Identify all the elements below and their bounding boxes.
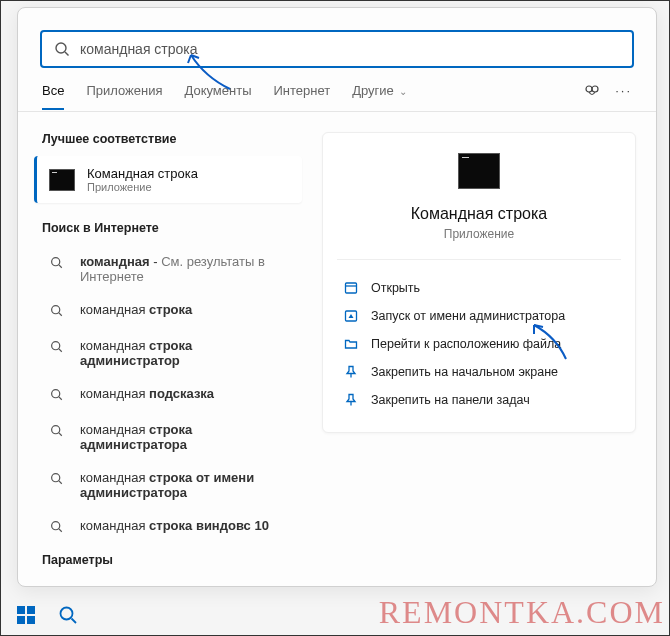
search-icon — [50, 520, 66, 536]
search-icon — [50, 340, 66, 356]
web-suggestion[interactable]: командная строка администратор — [30, 329, 306, 377]
divider — [337, 259, 621, 260]
svg-rect-29 — [27, 616, 35, 624]
watermark: REMONTKA.COM — [379, 594, 665, 631]
suggestion-text: командная - См. результаты вИнтернете — [80, 254, 265, 284]
svg-point-10 — [52, 390, 60, 398]
svg-point-16 — [52, 522, 60, 530]
admin-icon — [343, 309, 359, 323]
action-pin[interactable]: Закрепить на начальном экране — [341, 358, 617, 386]
preview-title: Командная строка — [341, 205, 617, 223]
svg-point-8 — [52, 342, 60, 350]
open-icon — [343, 281, 359, 295]
svg-point-6 — [52, 306, 60, 314]
suggestion-text: командная строка администратор — [80, 338, 294, 368]
taskbar — [1, 595, 85, 635]
svg-line-31 — [72, 619, 77, 624]
svg-point-2 — [586, 86, 592, 92]
action-label: Запуск от имени администратора — [371, 309, 565, 323]
settings-item[interactable]: Управление псевдонимами — [30, 577, 306, 586]
tab-all[interactable]: Все — [42, 83, 64, 110]
preview-pane: Командная строка Приложение ОткрытьЗапус… — [322, 132, 636, 433]
folder-icon — [343, 337, 359, 351]
search-input[interactable] — [80, 41, 620, 57]
best-match-title: Командная строка — [87, 166, 198, 181]
svg-line-17 — [59, 529, 62, 532]
best-match-item[interactable]: Командная строка Приложение — [34, 156, 302, 203]
web-suggestion[interactable]: командная подсказка — [30, 377, 306, 413]
suggestion-text: командная строка — [80, 302, 192, 317]
search-icon — [50, 256, 66, 272]
web-suggestion[interactable]: командная строка виндовс 10 — [30, 509, 306, 545]
search-box[interactable] — [40, 30, 634, 68]
search-icon — [54, 41, 70, 57]
suggestion-text: командная строка виндовс 10 — [80, 518, 269, 533]
pin-icon — [343, 365, 359, 379]
best-match-header: Лучшее соответствие — [30, 124, 306, 156]
action-open[interactable]: Открыть — [341, 274, 617, 302]
search-icon — [50, 304, 66, 320]
action-label: Открыть — [371, 281, 420, 295]
suggestion-text: командная строка администратора — [80, 422, 294, 452]
cmd-icon — [49, 169, 75, 191]
svg-rect-26 — [17, 606, 25, 614]
settings-header: Параметры — [30, 545, 306, 577]
results-list: Лучшее соответствие Командная строка При… — [30, 124, 310, 586]
search-panel: Все Приложения Документы Интернет Другие… — [17, 7, 657, 587]
svg-rect-27 — [27, 606, 35, 614]
web-suggestion[interactable]: командная строка — [30, 293, 306, 329]
tab-web[interactable]: Интернет — [273, 83, 330, 108]
rewards-icon[interactable] — [583, 82, 601, 100]
preview-type: Приложение — [341, 227, 617, 241]
suggestion-text: командная подсказка — [80, 386, 214, 401]
svg-line-15 — [59, 481, 62, 484]
action-label: Закрепить на начальном экране — [371, 365, 558, 379]
svg-point-0 — [56, 43, 66, 53]
search-icon — [50, 388, 66, 404]
taskbar-search-button[interactable] — [51, 598, 85, 632]
svg-line-1 — [65, 52, 69, 56]
web-suggestion[interactable]: командная - См. результаты вИнтернете — [30, 245, 306, 293]
action-label: Перейти к расположению файла — [371, 337, 561, 351]
action-pin[interactable]: Закрепить на панели задач — [341, 386, 617, 414]
web-suggestion[interactable]: командная строка администратора — [30, 413, 306, 461]
tab-more[interactable]: Другие ⌄ — [352, 83, 407, 108]
web-search-header: Поиск в Интернете — [30, 213, 306, 245]
svg-line-7 — [59, 313, 62, 316]
search-icon — [50, 472, 66, 488]
filter-tabs: Все Приложения Документы Интернет Другие… — [18, 68, 656, 112]
pin-icon — [343, 393, 359, 407]
action-admin[interactable]: Запуск от имени администратора — [341, 302, 617, 330]
svg-point-30 — [61, 608, 73, 620]
tab-apps[interactable]: Приложения — [86, 83, 162, 108]
svg-point-3 — [592, 86, 598, 92]
svg-rect-21 — [346, 283, 357, 293]
svg-point-14 — [52, 474, 60, 482]
search-icon — [50, 424, 66, 440]
more-options-icon[interactable]: ··· — [615, 83, 632, 98]
chevron-down-icon: ⌄ — [399, 86, 407, 97]
best-match-type: Приложение — [87, 181, 198, 193]
svg-rect-28 — [17, 616, 25, 624]
svg-line-5 — [59, 265, 62, 268]
preview-app-icon — [458, 153, 500, 189]
svg-point-12 — [52, 426, 60, 434]
tab-documents[interactable]: Документы — [184, 83, 251, 108]
svg-point-4 — [52, 258, 60, 266]
suggestion-text: командная строка от имени администратора — [80, 470, 294, 500]
start-button[interactable] — [9, 598, 43, 632]
svg-line-9 — [59, 349, 62, 352]
svg-line-13 — [59, 433, 62, 436]
svg-line-11 — [59, 397, 62, 400]
action-label: Закрепить на панели задач — [371, 393, 530, 407]
web-suggestion[interactable]: командная строка от имени администратора — [30, 461, 306, 509]
action-folder[interactable]: Перейти к расположению файла — [341, 330, 617, 358]
